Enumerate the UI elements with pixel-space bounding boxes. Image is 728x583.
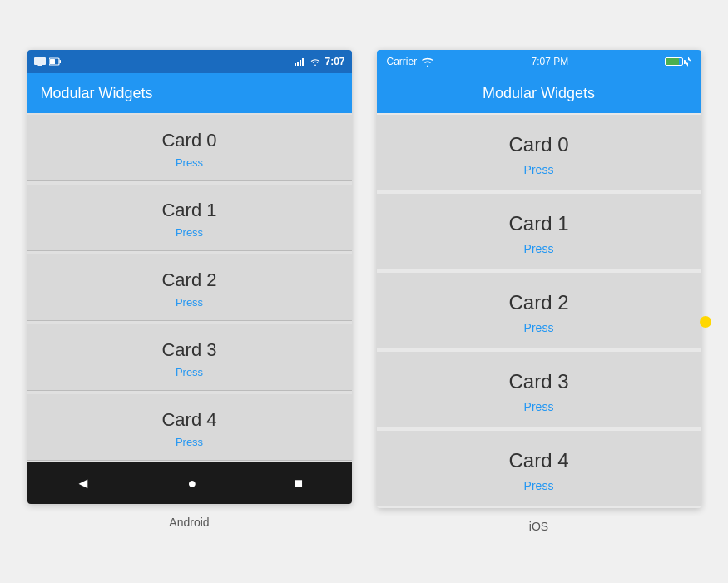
ios-card-1-title: Card 1 bbox=[508, 212, 568, 235]
svg-rect-0 bbox=[34, 57, 46, 65]
svg-marker-1 bbox=[37, 65, 42, 66]
android-card-4-title: Card 4 bbox=[161, 409, 216, 431]
svg-rect-4 bbox=[50, 59, 55, 64]
ios-card-3-title: Card 3 bbox=[508, 370, 568, 393]
ios-content: Card 0 Press Card 1 Press Card 2 Press C… bbox=[377, 113, 701, 508]
ios-battery-icon bbox=[665, 57, 683, 66]
android-time: 7:07 bbox=[324, 56, 344, 67]
wifi-icon bbox=[310, 57, 321, 66]
android-status-bar: 7:07 bbox=[27, 50, 352, 73]
recent-nav-icon[interactable]: ■ bbox=[294, 475, 303, 492]
ios-wifi-icon bbox=[420, 57, 435, 67]
svg-rect-8 bbox=[302, 58, 304, 66]
android-card-3-press[interactable]: Press bbox=[176, 366, 203, 378]
android-content: Card 0 Press Card 1 Press Card 2 Press C… bbox=[27, 113, 352, 462]
android-app-bar: Modular Widgets bbox=[27, 73, 352, 113]
svg-rect-7 bbox=[300, 60, 301, 66]
signal-icon bbox=[295, 57, 306, 66]
android-card-1-press[interactable]: Press bbox=[176, 226, 203, 239]
ios-card-0: Card 0 Press bbox=[377, 115, 701, 190]
android-card-2-title: Card 2 bbox=[161, 269, 216, 291]
svg-marker-9 bbox=[685, 57, 691, 67]
android-status-right: 7:07 bbox=[295, 56, 344, 67]
ios-card-3: Card 3 Press bbox=[377, 352, 701, 427]
ios-app-bar: Modular Widgets bbox=[377, 73, 701, 113]
svg-rect-6 bbox=[297, 62, 299, 66]
android-label: Android bbox=[169, 516, 209, 529]
ios-carrier: Carrier bbox=[387, 56, 418, 67]
home-nav-icon[interactable]: ● bbox=[188, 475, 197, 492]
back-nav-icon[interactable]: ◄ bbox=[76, 475, 91, 492]
ios-card-4-title: Card 4 bbox=[508, 449, 568, 472]
ios-card-0-title: Card 0 bbox=[508, 133, 568, 156]
android-card-3: Card 3 Press bbox=[27, 324, 352, 391]
android-card-2-press[interactable]: Press bbox=[176, 296, 203, 309]
android-card-1-title: Card 1 bbox=[161, 200, 216, 221]
android-phone-wrapper: 7:07 Modular Widgets Card 0 Press Card 1… bbox=[27, 50, 352, 529]
android-card-0-title: Card 0 bbox=[161, 130, 216, 151]
ios-card-4: Card 4 Press bbox=[377, 431, 701, 506]
android-phone: 7:07 Modular Widgets Card 0 Press Card 1… bbox=[27, 50, 352, 504]
ios-status-bar: Carrier 7:07 PM bbox=[377, 50, 701, 73]
battery-small-icon bbox=[49, 57, 61, 66]
ios-card-2: Card 2 Press bbox=[377, 273, 701, 348]
ios-time: 7:07 PM bbox=[435, 56, 664, 67]
android-card-2: Card 2 Press bbox=[27, 254, 352, 321]
message-icon bbox=[34, 57, 46, 66]
android-app-title: Modular Widgets bbox=[41, 85, 153, 102]
android-nav-bar: ◄ ● ■ bbox=[27, 462, 352, 504]
ios-card-3-press[interactable]: Press bbox=[524, 400, 554, 413]
android-card-0-press[interactable]: Press bbox=[176, 156, 203, 169]
android-card-0: Card 0 Press bbox=[27, 115, 352, 181]
ios-card-1-press[interactable]: Press bbox=[524, 242, 554, 255]
ios-app-title: Modular Widgets bbox=[483, 85, 595, 102]
ios-card-2-press[interactable]: Press bbox=[524, 321, 554, 334]
android-card-3-title: Card 3 bbox=[161, 339, 216, 361]
yellow-dot-decoration bbox=[700, 316, 711, 328]
android-card-4-press[interactable]: Press bbox=[176, 436, 203, 448]
ios-card-2-title: Card 2 bbox=[508, 291, 568, 314]
android-card-4: Card 4 Press bbox=[27, 394, 352, 461]
ios-card-4-press[interactable]: Press bbox=[524, 479, 554, 492]
svg-rect-3 bbox=[59, 60, 61, 63]
ios-battery-arrow bbox=[685, 57, 691, 67]
ios-phone-wrapper: Carrier 7:07 PM bbox=[377, 50, 701, 533]
svg-rect-5 bbox=[295, 63, 296, 66]
ios-label: iOS bbox=[529, 520, 548, 533]
ios-phone: Carrier 7:07 PM bbox=[377, 50, 701, 508]
ios-card-1: Card 1 Press bbox=[377, 194, 701, 269]
android-card-1: Card 1 Press bbox=[27, 185, 352, 251]
ios-card-0-press[interactable]: Press bbox=[524, 163, 554, 176]
android-status-left bbox=[34, 57, 61, 66]
